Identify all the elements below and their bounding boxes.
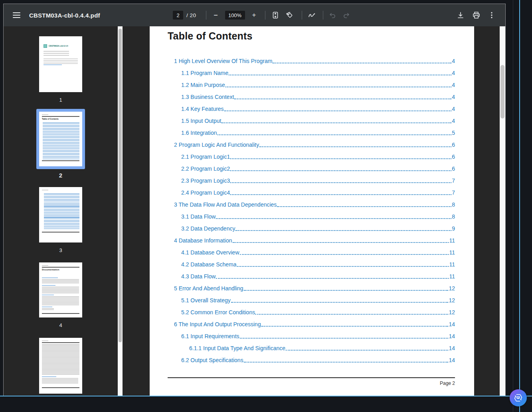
toc-entry-label[interactable]: 1 High Level Overview Of This Program — [174, 58, 272, 64]
toc-entry[interactable]: 5.1 Overall Strategy12 — [174, 294, 455, 306]
toc-entry[interactable]: 2 Program Logic And Functionality6 — [174, 139, 455, 151]
toc-entry-label[interactable]: 6.1 Input Requirements — [181, 333, 239, 339]
toc-entry-label[interactable]: 4 Database Information — [174, 237, 232, 244]
toc-entry-page[interactable]: 6 — [452, 154, 455, 160]
toc-entry[interactable]: 1.1 Program Name4 — [174, 67, 455, 79]
toc-entry[interactable]: 2.2 Program Logic26 — [174, 163, 455, 175]
toc-entry-page[interactable]: 8 — [452, 201, 455, 208]
toc-entry[interactable]: 3.2 Data Dependency9 — [174, 223, 455, 235]
toc-entry-label[interactable]: 1.3 Business Context — [181, 94, 234, 100]
toc-entry-label[interactable]: 6.2 Output Specifications — [181, 357, 243, 363]
toc-entry-page[interactable]: 5 — [452, 130, 455, 136]
toc-entry[interactable]: 6 The Input And Output Processing14 — [174, 318, 455, 330]
menu-icon[interactable] — [13, 12, 20, 19]
toc-entry-label[interactable]: 2.1 Program Logic1 — [181, 154, 230, 160]
toc-entry-label[interactable]: 2.4 Program Logic4 — [181, 189, 230, 196]
toc-entry[interactable]: 3.1 Data Flow8 — [174, 211, 455, 223]
toc-entry[interactable]: 6.1 Input Requirements14 — [174, 330, 455, 342]
toc-entry[interactable]: 1.4 Key Features4 — [174, 103, 455, 115]
annotate-pen-icon[interactable] — [307, 10, 317, 20]
toc-entry-label[interactable]: 6.1.1 Input Data Type And Significance — [189, 345, 285, 351]
more-options-icon[interactable] — [487, 10, 496, 20]
toc-entry-label[interactable]: 6 The Input And Output Processing — [174, 321, 261, 327]
toc-entry[interactable]: 4.3 Data Flow11 — [174, 270, 455, 282]
toc-entry-page[interactable]: 6 — [452, 142, 455, 148]
toc-entry-page[interactable]: 11 — [449, 261, 455, 268]
toc-entry[interactable]: 2.3 Program Logic37 — [174, 175, 455, 187]
zoom-out-button[interactable]: − — [211, 10, 221, 20]
fit-to-page-icon[interactable] — [271, 10, 280, 20]
main-scrollbar[interactable] — [500, 26, 505, 396]
page-number-input[interactable]: 2 — [173, 11, 183, 20]
toc-entry-page[interactable]: 6 — [452, 166, 455, 172]
toc-entry-page[interactable]: 7 — [452, 189, 455, 196]
toc-entry[interactable]: 1 High Level Overview Of This Program4 — [174, 55, 455, 67]
thumbnail-page-4[interactable]: Documentation — [39, 262, 82, 317]
toc-entry[interactable]: 1.2 Main Purpose4 — [174, 79, 455, 91]
toc-entry-page[interactable]: 12 — [449, 297, 455, 304]
assistant-badge-icon[interactable] — [510, 389, 527, 406]
thumbnail-page-1[interactable]: CBSTM03A-cbl-0.4.4 — [39, 36, 82, 92]
download-icon[interactable] — [456, 10, 465, 20]
toc-entry-label[interactable]: 2 Program Logic And Functionality — [174, 142, 259, 148]
toc-entry[interactable]: 2.4 Program Logic47 — [174, 187, 455, 199]
toc-entry-label[interactable]: 5.1 Overall Strategy — [181, 297, 231, 304]
toc-entry-page[interactable]: 14 — [449, 357, 455, 363]
toc-entry-label[interactable]: 2.3 Program Logic3 — [181, 177, 230, 184]
thumbnail-page-2[interactable]: Table of Contents — [39, 112, 82, 166]
toc-entry-page[interactable]: 4 — [452, 82, 455, 88]
main-scrollbar-thumb[interactable] — [500, 65, 504, 118]
toc-entry[interactable]: 1.5 Input Output4 — [174, 115, 455, 127]
thumbnail-page-5[interactable] — [39, 338, 82, 394]
toc-entry-page[interactable]: 14 — [449, 345, 455, 351]
toc-entry-label[interactable]: 3.1 Data Flow — [181, 213, 216, 220]
toc-entry-label[interactable]: 4.2 Database Schema — [181, 261, 237, 268]
toc-entry[interactable]: 6.1.1 Input Data Type And Significance14 — [174, 342, 455, 354]
toc-entry-label[interactable]: 1.6 Integration — [181, 130, 217, 136]
toc-entry[interactable]: 1.3 Business Context4 — [174, 91, 455, 103]
zoom-level-input[interactable]: 100% — [225, 11, 245, 20]
sidebar-scrollbar-thumb[interactable] — [119, 29, 122, 342]
toc-entry-label[interactable]: 1.2 Main Purpose — [181, 82, 225, 88]
toc-entry-page[interactable]: 9 — [452, 225, 455, 232]
toc-entry-page[interactable]: 4 — [452, 118, 455, 124]
undo-icon[interactable] — [328, 10, 337, 20]
toc-entry[interactable]: 1.6 Integration5 — [174, 127, 455, 139]
zoom-in-button[interactable]: + — [249, 10, 259, 20]
toc-entry-label[interactable]: 5 Error And Abend Handling — [174, 285, 243, 292]
rotate-icon[interactable] — [285, 10, 295, 20]
toc-entry-page[interactable]: 14 — [449, 321, 455, 327]
toc-entry-label[interactable]: 3.2 Data Dependency — [181, 225, 235, 232]
toc-entry[interactable]: 5 Error And Abend Handling12 — [174, 282, 455, 294]
toc-entry-label[interactable]: 3 The Data Flow And Data Dependencies — [174, 201, 277, 208]
redo-icon[interactable] — [342, 10, 352, 20]
toc-entry-page[interactable]: 7 — [452, 177, 455, 184]
toc-entry-label[interactable]: 1.1 Program Name — [181, 70, 228, 76]
toc-entry-label[interactable]: 4.3 Data Flow — [181, 273, 216, 280]
toc-entry-page[interactable]: 11 — [449, 273, 455, 280]
toc-entry-page[interactable]: 4 — [452, 70, 455, 76]
toc-entry-page[interactable]: 11 — [449, 249, 455, 256]
toc-entry-page[interactable]: 8 — [452, 213, 455, 220]
toc-entry-label[interactable]: 4.1 Database Overview — [181, 249, 239, 256]
print-icon[interactable] — [471, 10, 481, 20]
toc-entry-page[interactable]: 14 — [449, 333, 455, 339]
toc-entry[interactable]: 5.2 Common Error Conditions12 — [174, 306, 455, 318]
toc-entry[interactable]: 4.2 Database Schema11 — [174, 258, 455, 270]
toc-entry[interactable]: 4.1 Database Overview11 — [174, 246, 455, 258]
toc-entry-page[interactable]: 12 — [449, 285, 455, 292]
thumbnail-page-3[interactable] — [39, 187, 82, 242]
toc-entry-page[interactable]: 11 — [449, 237, 455, 244]
toc-entry[interactable]: 6.2 Output Specifications14 — [174, 354, 455, 366]
toc-entry-label[interactable]: 2.2 Program Logic2 — [181, 166, 230, 172]
thumbnail-page-2-active[interactable]: Table of Contents — [36, 109, 85, 169]
toc-entry-page[interactable]: 4 — [452, 94, 455, 100]
toc-entry-label[interactable]: 5.2 Common Error Conditions — [181, 309, 255, 315]
sidebar-scrollbar[interactable] — [118, 26, 123, 396]
toc-entry-label[interactable]: 1.4 Key Features — [181, 106, 224, 112]
toc-entry[interactable]: 4 Database Information11 — [174, 235, 455, 246]
toc-entry-page[interactable]: 4 — [452, 58, 455, 64]
toc-entry-label[interactable]: 1.5 Input Output — [181, 118, 221, 124]
toc-entry-page[interactable]: 4 — [452, 106, 455, 112]
toc-entry[interactable]: 3 The Data Flow And Data Dependencies8 — [174, 199, 455, 211]
